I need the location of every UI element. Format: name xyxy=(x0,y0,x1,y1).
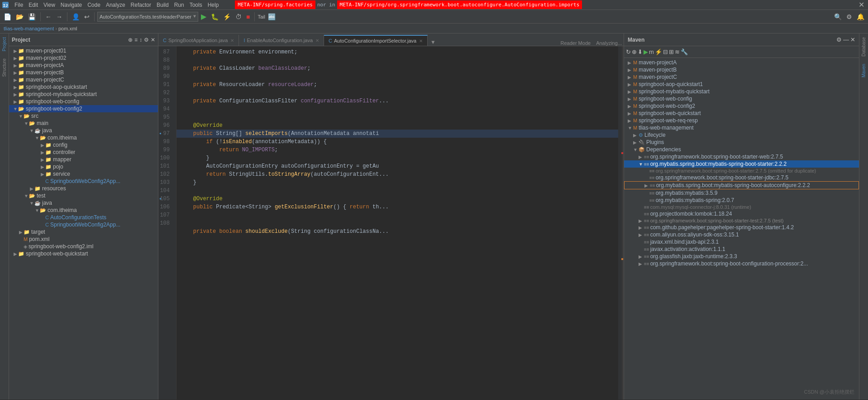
breadcrumb-file[interactable]: pom.xml xyxy=(58,26,77,31)
reader-mode-btn[interactable]: Reader Mode xyxy=(557,40,594,46)
sidebar-close-btn[interactable]: ✕ xyxy=(151,37,155,43)
tree-item-springboot-mybatis[interactable]: ▶ 📁 springboot-mybatis-quickstart xyxy=(9,91,158,98)
settings-btn[interactable]: ⚙ xyxy=(844,12,854,21)
tree-item-maven-project01[interactable]: ▶ 📁 maven-project01 xyxy=(9,47,158,54)
maven-dep-lombok[interactable]: ≡≡ org.projectlombok:lombok:1.18.24 xyxy=(624,210,859,217)
maven-m-btn[interactable]: m xyxy=(649,48,654,55)
database-vtab[interactable]: Database xyxy=(860,34,868,60)
tree-item-springboot-test-class[interactable]: C SpringbootWebConfig2App... xyxy=(9,221,158,228)
tree-item-com-itheima-main[interactable]: ▼ 📂 com.itheima xyxy=(9,134,158,141)
maven-skip-tests-btn[interactable]: ⚡ xyxy=(655,48,662,55)
sidebar-settings-btn[interactable]: ⚙ xyxy=(144,37,149,43)
new-file-btn[interactable]: 📄 xyxy=(2,12,13,21)
menu-help[interactable]: Help xyxy=(205,2,222,8)
tree-item-maven-projectA[interactable]: ▶ 📁 maven-projectA xyxy=(9,62,158,69)
undo-btn[interactable]: ↩ xyxy=(82,12,91,21)
breadcrumb-project[interactable]: tlias-web-management xyxy=(4,26,54,31)
maven-item-springboot-web-req[interactable]: ▶ M springboot-web-req-resp xyxy=(624,117,859,124)
sidebar-sort-btn[interactable]: ↕ xyxy=(139,37,142,43)
maven-more-btn[interactable]: 🔧 xyxy=(681,48,688,55)
debug-button[interactable]: 🐛 xyxy=(209,12,220,21)
menu-edit[interactable]: Edit xyxy=(26,2,41,8)
menu-tools[interactable]: Tools xyxy=(187,2,205,8)
close-button[interactable]: ✕ xyxy=(857,0,866,9)
maven-close-btn[interactable]: ✕ xyxy=(850,36,855,43)
tree-item-springboot-main-class[interactable]: C SpringbootWebConfig2App... xyxy=(9,178,158,185)
menu-file[interactable]: File xyxy=(12,2,26,8)
tree-item-main[interactable]: ▼ 📂 main xyxy=(9,120,158,127)
tree-item-target[interactable]: ▶ 📁 target xyxy=(9,228,158,236)
tree-item-src[interactable]: ▼ 📂 src xyxy=(9,112,158,120)
tree-item-maven-project02[interactable]: ▶ 📁 maven-project02 xyxy=(9,54,158,62)
tab-springbootapplication[interactable]: C SpringBootApplication.java ✕ xyxy=(158,35,239,46)
sidebar-scope-btn[interactable]: ⊕ xyxy=(128,37,133,43)
tab2-close-btn[interactable]: ✕ xyxy=(315,38,319,43)
tree-item-springboot-web-config2[interactable]: ▼ 📂 springboot-web-config2 xyxy=(9,105,158,112)
maven-dep-spring-jdbc[interactable]: ≡≡ org.springframework.boot:spring-boot-… xyxy=(624,174,859,181)
maven-expand-btn[interactable]: ⊞ xyxy=(669,48,674,55)
tree-item-config[interactable]: ▶ 📁 config xyxy=(9,141,158,149)
tree-item-resources[interactable]: ▶ 📁 resources xyxy=(9,185,158,192)
maven-settings-btn[interactable]: ⚙ xyxy=(836,36,842,43)
maven-item-projectC[interactable]: ▶ M maven-projectC xyxy=(624,73,859,81)
tree-item-com-itheima-test[interactable]: ▼ 📂 com.itheima xyxy=(9,207,158,214)
maven-item-plugins[interactable]: ▶ 🔌 Plugins xyxy=(624,139,859,146)
maven-dep-activation[interactable]: ≡≡ javax.activation:activation:1.1.1 xyxy=(624,246,859,253)
maven-dep-jaxb-runtime[interactable]: ▶ ≡≡ org.glassfish.jaxb:jaxb-runtime:2.3… xyxy=(624,253,859,260)
tab3-close-btn[interactable]: ✕ xyxy=(419,39,423,43)
maven-item-projectA[interactable]: ▶ M maven-projectA xyxy=(624,59,859,66)
maven-dep-mybatis-autoconfigure[interactable]: ▶ ≡≡ org.mybatis.spring.boot:mybatis-spr… xyxy=(624,181,859,189)
maven-dep-mysql[interactable]: ≡≡ com.mysql:mysql-connector-j:8.0.31 (r… xyxy=(624,204,859,210)
maven-item-springboot-web-config2[interactable]: ▶ M springboot-web-config2 xyxy=(624,102,859,110)
tree-item-springboot-web-config[interactable]: ▶ 📁 springboot-web-config xyxy=(9,98,158,105)
maven-dep-aliyun[interactable]: ▶ ≡≡ com.aliyun.oss:aliyun-sdk-oss:3.15.… xyxy=(624,231,859,238)
sidebar-collapse-btn[interactable]: ≡ xyxy=(134,37,138,43)
menu-refactor[interactable]: Refactor xyxy=(128,2,154,8)
tree-item-java-main[interactable]: ▼ ☕ java xyxy=(9,127,158,134)
maven-dep-spring-test[interactable]: ▶ ≡≡ org.springframework.boot:spring-boo… xyxy=(624,217,859,224)
search-everywhere-btn[interactable]: 🔍 xyxy=(832,12,844,21)
tree-item-springboot-aop[interactable]: ▶ 📁 springboot-aop-quickstart xyxy=(9,83,158,91)
maven-item-springboot-mybatis-q[interactable]: ▶ M springboot-mybatis-quickstart xyxy=(624,88,859,95)
maven-dep-mybatis-spring[interactable]: ≡≡ org.mybatis:mybatis-spring:2.0.7 xyxy=(624,197,859,204)
tree-item-iml[interactable]: ◈ springboot-web-config2.iml xyxy=(9,243,158,250)
maven-dep-jaxb-api[interactable]: ≡≡ javax.xml.bind:jaxb-api:2.3.1 xyxy=(624,238,859,246)
menu-analyze[interactable]: Analyze xyxy=(103,2,128,8)
tree-item-pom-xml[interactable]: M pom.xml xyxy=(9,236,158,243)
tree-item-controller[interactable]: ▶ 📁 controller xyxy=(9,149,158,156)
menu-navigate[interactable]: Navigate xyxy=(58,2,85,8)
maven-dep-spring-web[interactable]: ▶ ≡≡ org.springframework.boot:spring-boo… xyxy=(624,153,859,160)
coverage-btn[interactable]: ⚡ xyxy=(221,12,233,21)
maven-run-btn[interactable]: ▶ xyxy=(644,48,648,55)
maven-item-dependencies[interactable]: ▼ 📦 Dependencies xyxy=(624,146,859,153)
tree-item-mapper[interactable]: ▶ 📁 mapper xyxy=(9,156,158,163)
maven-dep-mybatis-starter[interactable]: ▼ ≡≡ org.mybatis.spring.boot:mybatis-spr… xyxy=(624,160,859,168)
back-btn[interactable]: ← xyxy=(43,12,53,21)
tree-item-maven-projectC[interactable]: ▶ 📁 maven-projectC xyxy=(9,76,158,83)
menu-run[interactable]: Run xyxy=(172,2,187,8)
run-button[interactable]: ▶ xyxy=(199,11,208,22)
maven-item-lifecycle[interactable]: ▶ ⚙ Lifecycle xyxy=(624,131,859,139)
tree-item-service[interactable]: ▶ 📁 service xyxy=(9,170,158,178)
tree-item-maven-projectB[interactable]: ▶ 📁 maven-projectB xyxy=(9,69,158,76)
maven-dep-spring-starter-dup[interactable]: ≡≡ org.springframework.boot:spring-boot-… xyxy=(624,168,859,174)
translate-btn[interactable]: 🔤 xyxy=(266,12,277,21)
notifications-btn[interactable]: 🔔 xyxy=(855,12,866,21)
tree-item-pojo[interactable]: ▶ 📁 pojo xyxy=(9,163,158,170)
stop-btn[interactable]: ■ xyxy=(244,12,252,21)
tree-item-springboot-web-quickstart[interactable]: ▶ 📁 springboot-web-quickstart xyxy=(9,250,158,257)
more-tabs-btn[interactable]: ▼ xyxy=(428,39,438,46)
tree-item-java-test[interactable]: ▼ ☕ java xyxy=(9,199,158,207)
maven-show-deps-btn[interactable]: ≋ xyxy=(675,48,680,55)
project-vtab[interactable]: Project xyxy=(0,34,8,55)
maven-vtab[interactable]: Maven xyxy=(860,60,868,81)
profile-btn[interactable]: 👤 xyxy=(70,12,81,21)
maven-item-projectB[interactable]: ▶ M maven-projectB xyxy=(624,66,859,73)
maven-item-springboot-aop-q1[interactable]: ▶ M springboot-aop-quickstart1 xyxy=(624,81,859,88)
maven-item-tlias[interactable]: ▼ M tlias-web-management xyxy=(624,124,859,131)
menu-code[interactable]: Code xyxy=(85,2,103,8)
maven-dep-pagehelper[interactable]: ▶ ≡≡ com.github.pagehelper:pagehelper-sp… xyxy=(624,224,859,231)
maven-download-btn[interactable]: ⬇ xyxy=(638,48,643,55)
tab-autoconfigimportselector[interactable]: C AutoConfigurationImportSelector.java ✕ xyxy=(324,35,428,46)
maven-item-springboot-web-config[interactable]: ▶ M springboot-web-config xyxy=(624,95,859,102)
